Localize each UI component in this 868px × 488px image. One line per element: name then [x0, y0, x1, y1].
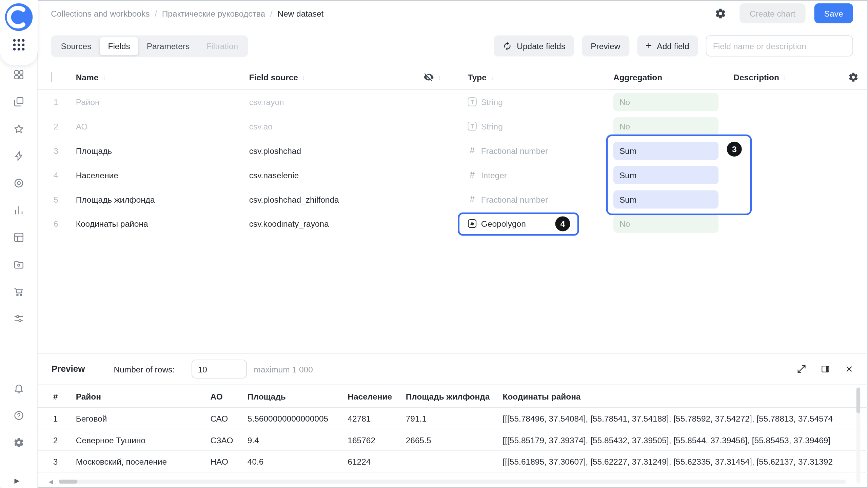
- aggregation-select[interactable]: Sum: [613, 166, 718, 184]
- rows-count-label: Number of rows:: [114, 364, 175, 374]
- preview-panel: Preview Number of rows: maximum 1 000: [38, 353, 868, 488]
- column-header-description[interactable]: Description↓: [733, 73, 843, 82]
- field-name[interactable]: Площадь: [76, 146, 249, 155]
- field-source[interactable]: csv.naselenie: [249, 170, 423, 180]
- number-type-icon: #: [468, 145, 477, 155]
- breadcrumb-collections[interactable]: Collections and workbooks: [51, 8, 150, 18]
- aggregation-select[interactable]: Sum: [613, 141, 718, 160]
- step-4-badge: 4: [555, 216, 570, 231]
- column-header-visibility[interactable]: ↓: [423, 72, 468, 82]
- help-icon[interactable]: [13, 410, 24, 421]
- scroll-left-icon[interactable]: ◀: [49, 478, 53, 484]
- add-field-button[interactable]: + Add field: [637, 35, 698, 56]
- field-row: 4 Население csv.naselenie # Integer Sum: [38, 163, 868, 187]
- field-source[interactable]: csv.ploshchad_zhilfonda: [249, 195, 423, 204]
- row-index: 6: [38, 219, 76, 228]
- tab-fields[interactable]: Fields: [100, 37, 138, 55]
- field-name[interactable]: Площадь жилфонда: [76, 195, 249, 204]
- aggregation-select[interactable]: No: [613, 117, 718, 135]
- field-type[interactable]: # Integer: [468, 170, 613, 180]
- dataset-settings-gear-icon[interactable]: [715, 7, 726, 19]
- field-source[interactable]: csv.ao: [249, 121, 423, 131]
- cell: Северное Тушино: [76, 435, 211, 445]
- dashboards-icon[interactable]: [13, 69, 24, 80]
- cell: 3: [38, 457, 76, 466]
- field-type[interactable]: # Fractional number: [468, 194, 613, 204]
- settings-sliders-icon[interactable]: [13, 313, 24, 324]
- expand-icon[interactable]: [796, 364, 807, 375]
- number-type-icon: #: [468, 194, 477, 204]
- field-source[interactable]: csv.rayon: [249, 97, 423, 107]
- field-type[interactable]: T String: [468, 97, 613, 107]
- column-header-type[interactable]: Type↓: [468, 73, 613, 82]
- update-fields-button[interactable]: Update fields: [494, 35, 574, 56]
- field-name[interactable]: Население: [76, 170, 249, 180]
- tab-filtration[interactable]: Filtration: [198, 37, 246, 55]
- field-row: 1 Район csv.rayon T String No: [38, 89, 868, 114]
- field-type[interactable]: # Fractional number: [468, 145, 613, 155]
- column-header-field-source[interactable]: Field source↓: [249, 73, 423, 82]
- connections-bolt-icon[interactable]: [13, 150, 24, 162]
- plus-icon: +: [646, 40, 652, 50]
- rows-count-input[interactable]: [191, 360, 246, 379]
- preview-col-ploshchad: Площадь: [248, 391, 348, 401]
- field-row: 5 Площадь жилфонда csv.ploshchad_zhilfon…: [38, 187, 868, 211]
- breadcrumb-separator: /: [155, 8, 157, 18]
- vertical-scrollbar[interactable]: [856, 387, 860, 484]
- row-index: 2: [38, 121, 76, 131]
- vertical-scrollbar-thumb[interactable]: [856, 388, 860, 413]
- field-name[interactable]: АО: [76, 121, 249, 131]
- close-preview-icon[interactable]: ✕: [844, 364, 855, 375]
- favorites-star-icon[interactable]: [13, 123, 24, 135]
- preview-row: 1 Беговой САО 5.5600000000000005 42781 7…: [38, 408, 868, 429]
- breadcrumb-separator: /: [270, 8, 273, 18]
- preview-col-naselenie: Население: [348, 391, 406, 401]
- marketplace-cart-icon[interactable]: [13, 286, 24, 297]
- field-source[interactable]: csv.ploshchad: [249, 146, 423, 155]
- tab-parameters[interactable]: Parameters: [138, 37, 198, 55]
- column-header-aggregation[interactable]: Aggregation↓: [613, 73, 733, 82]
- workbooks-icon[interactable]: [13, 96, 24, 107]
- save-button[interactable]: Save: [814, 3, 853, 23]
- cell: [[[55.78496, 37.54084], [55.78541, 37.54…: [502, 413, 868, 423]
- preview-col-ao: АО: [210, 391, 247, 401]
- aggregation-select[interactable]: Sum: [613, 190, 718, 208]
- preview-header: Preview Number of rows: maximum 1 000: [38, 353, 868, 384]
- datalens-logo[interactable]: [4, 3, 33, 32]
- dataset-tabs: Sources Fields Parameters Filtration: [51, 35, 248, 57]
- table-icon[interactable]: [13, 232, 24, 243]
- storage-folder-icon[interactable]: [13, 259, 24, 270]
- field-name[interactable]: Коодинаты района: [76, 219, 249, 228]
- field-type[interactable]: T String: [468, 121, 613, 131]
- horizontal-scrollbar-track[interactable]: [59, 480, 846, 483]
- sort-icon: ↓: [102, 73, 106, 81]
- select-all-checkbox[interactable]: [51, 72, 52, 82]
- table-settings-gear-icon[interactable]: [843, 72, 868, 82]
- breadcrumb-guides[interactable]: Практические руководства: [162, 8, 265, 18]
- cell: 2: [38, 435, 76, 445]
- row-index: 5: [38, 195, 76, 204]
- preview-button[interactable]: Preview: [582, 35, 629, 56]
- preview-button-label: Preview: [591, 41, 620, 51]
- field-name[interactable]: Район: [76, 97, 249, 107]
- aggregation-select[interactable]: No: [613, 215, 718, 233]
- datasets-icon[interactable]: [13, 178, 24, 189]
- cell: 1: [38, 413, 76, 423]
- charts-icon[interactable]: [13, 205, 24, 216]
- eye-off-icon: [423, 72, 434, 82]
- tab-sources[interactable]: Sources: [53, 37, 100, 55]
- settings-gear-icon[interactable]: [13, 437, 24, 448]
- aggregation-select[interactable]: No: [613, 93, 718, 111]
- field-type[interactable]: Geopolygon: [468, 219, 613, 228]
- all-services-grid-icon[interactable]: [12, 38, 25, 52]
- horizontal-scrollbar-thumb[interactable]: [59, 480, 78, 483]
- column-header-name[interactable]: Name↓: [76, 73, 249, 82]
- field-search-input[interactable]: [706, 35, 853, 56]
- field-source[interactable]: csv.koodinaty_rayona: [249, 219, 423, 228]
- cell: 5.5600000000000005: [248, 413, 348, 423]
- create-chart-button[interactable]: Create chart: [740, 3, 806, 23]
- horizontal-scrollbar[interactable]: ◀: [38, 477, 868, 486]
- notifications-bell-icon[interactable]: [13, 383, 24, 394]
- split-view-icon[interactable]: [820, 364, 831, 375]
- collapse-sidebar-icon[interactable]: ▶: [14, 477, 19, 485]
